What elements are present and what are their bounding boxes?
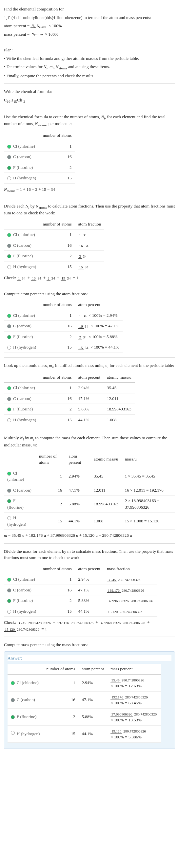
N: N <box>4 187 7 192</box>
frac: 134 <box>78 314 88 318</box>
plan-bullet-3: • Finally, compute the percents and chec… <box>4 73 175 79</box>
el: H (hydrogen) <box>13 264 36 269</box>
answer-head: Answer: <box>7 655 172 661</box>
check-atom-fraction: Check: 134 + 1634 + 234 + 1534 = 1 <box>4 275 175 281</box>
circle-icon <box>7 254 11 258</box>
p: 5.88% <box>75 404 104 415</box>
circle-icon <box>7 177 11 180</box>
title-line-1: Find the elemental composition for <box>4 6 175 12</box>
title-line-2: 1,1'-(4-chlorobutylidene)bis(4-fluoroben… <box>4 14 175 21</box>
plan-b2a: • Determine values for <box>4 64 44 69</box>
atom-percent-head: Compute atom percents using the atom fra… <box>4 291 175 297</box>
n: 15 <box>39 414 75 425</box>
table-mass-percent: number of atomsatom percentmass percent … <box>7 664 161 743</box>
r: 47.1% <box>108 323 120 328</box>
table-row: Cl (chlorine)12.94%35.45280.742806326× 1… <box>7 674 161 691</box>
f2: 2 <box>23 99 25 103</box>
c1: number of atoms <box>39 564 75 574</box>
chemical-formula: C16H15ClF2 <box>4 97 175 104</box>
check-mass-fraction: Check: 35.45280.742806326 + 192.176280.7… <box>4 619 175 632</box>
n: 16 <box>39 321 75 332</box>
frac: 234 <box>78 254 88 258</box>
count-atoms: atoms <box>38 123 46 127</box>
n: 2 <box>39 331 75 342</box>
den: 34 <box>84 346 90 349</box>
table-row: F (fluorine)25.88%37.996806326280.742806… <box>7 708 161 725</box>
num: 2 <box>78 254 82 258</box>
n: 1 <box>39 574 75 585</box>
col-num: number of atoms <box>39 130 75 141</box>
den: 34 <box>82 314 87 318</box>
circle-icon <box>7 578 11 582</box>
p: 44.1% <box>79 725 107 742</box>
el: F (fluorine) <box>13 334 33 339</box>
n: 15 <box>43 725 78 742</box>
num: 15.120 <box>107 610 119 614</box>
p: 47.1% <box>65 485 91 496</box>
r: × 100% = 13.53% <box>110 717 142 722</box>
circle-icon <box>7 166 11 170</box>
den: 34 <box>84 244 90 248</box>
n: 15 <box>39 261 75 272</box>
table-row: Cl (chlorine)1134 <box>4 229 104 240</box>
table-row: F (fluorine)25.88%18.998403163 <box>4 404 135 415</box>
m: 35.45 <box>104 382 135 394</box>
table-row: F (fluorine)2234 × 100% = 5.88% <box>4 331 123 342</box>
Ni: Ni <box>20 435 24 440</box>
den: 34 <box>82 335 87 339</box>
p: 5.88% <box>75 595 104 606</box>
answer-box: Answer: number of atomsatom percentmass … <box>4 651 175 749</box>
mass-fraction-text: Divide the mass for each element by m to… <box>4 548 175 561</box>
table-row: F (fluorine)25.88%18.9984031632 × 18.998… <box>4 496 175 513</box>
atoms: atoms <box>7 188 16 192</box>
table-row: Cl (chlorine)1134 × 100% = 2.94% <box>4 310 123 321</box>
p: 2.94% <box>75 574 104 585</box>
mi: mi <box>30 435 34 440</box>
el: F (fluorine) <box>17 714 36 719</box>
p: 2.94% <box>75 382 104 394</box>
m: 18.998403163 <box>104 404 135 415</box>
p: 44.1% <box>75 414 104 425</box>
num: 1 <box>78 314 82 318</box>
d-b: by <box>29 204 36 209</box>
circle-icon <box>7 335 11 339</box>
frac: 1534 <box>78 346 90 349</box>
m: 12.011 <box>91 485 122 496</box>
f1: 35.45280.742806326 <box>17 621 52 625</box>
n: 1 <box>36 468 65 485</box>
table-row: Cl (chlorine)12.94%35.45 <box>4 382 135 394</box>
el: C (carbon) <box>13 243 31 248</box>
table-row: C (carbon)16 <box>4 152 75 162</box>
f3: 37.996806326280.742806326 <box>99 621 146 625</box>
p: 44.1% <box>65 513 91 530</box>
frac: 15.120280.742806326 <box>110 729 147 733</box>
den: 280.742806326 <box>133 712 158 716</box>
c3: mass fraction <box>104 564 157 574</box>
num: 192.176 <box>110 695 124 700</box>
num: 16 <box>78 324 84 329</box>
table-row: F (fluorine)2234 <box>4 251 104 261</box>
n: 1 <box>43 674 78 691</box>
num: 37.996806326 <box>110 712 133 716</box>
atom-percent-frac: NiNatoms <box>30 24 47 29</box>
circle-icon <box>7 233 11 237</box>
write-formula-head: Write the chemical formula: <box>4 88 175 95</box>
m: m <box>33 442 36 447</box>
mass-percent-formula: mass percent = Nimim × 100% <box>4 31 175 38</box>
c3: atomic mass/u <box>91 451 122 468</box>
table-row: H (hydrogen)1544.1%15.120280.742806326 <box>4 606 157 617</box>
f16: 16 <box>7 99 10 103</box>
circle-icon <box>7 265 11 269</box>
p: 44.1% <box>75 606 104 617</box>
c4: mass/u <box>122 451 175 468</box>
den: 280.742806326 <box>129 599 154 603</box>
el: F (fluorine) <box>13 598 33 603</box>
eq: = 1 + 16 + 2 + 15 = 34 <box>16 187 55 192</box>
n: 15 <box>39 606 75 617</box>
fClF: ClF <box>17 97 24 102</box>
frac: 192.176280.742806326 <box>107 588 145 592</box>
count-Ni: Ni <box>101 114 105 119</box>
count-atoms-text: Use the chemical formula to count the nu… <box>4 114 175 128</box>
table-row: F (fluorine)25.88%37.996806326280.742806… <box>4 595 157 606</box>
den: 34 <box>82 233 87 237</box>
